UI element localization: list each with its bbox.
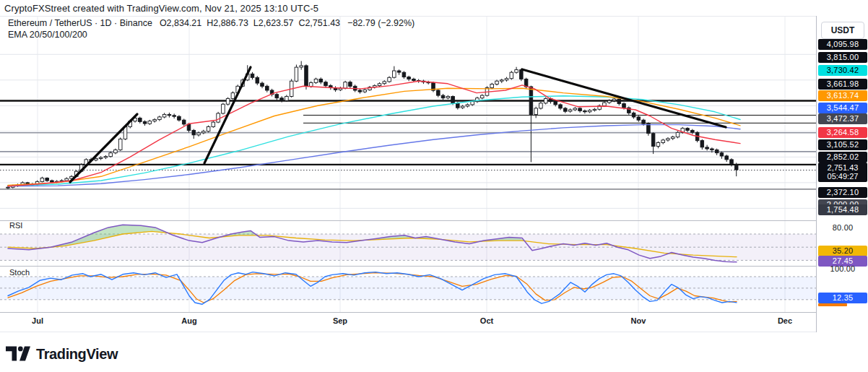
stoch-d-label-accent: [818, 303, 847, 306]
symbol-legend: Ethereum / TetherUS · 1D · BinanceO2,834…: [8, 18, 415, 28]
indicator-legend: EMA 20/50/100/200: [8, 30, 87, 40]
rsi-pane: [0, 225, 816, 261]
price-axis-label: 2,852.02: [818, 152, 867, 163]
rsi-pane-title: RSI: [9, 221, 22, 230]
ohlc-values: O2,834.21 H2,886.73 L2,623.57 C2,751.43: [160, 18, 340, 28]
current-price-label: 2,751.4305:49:27: [818, 163, 867, 182]
price-axis-label: 3,472.37: [818, 113, 867, 124]
price-axis-label: 2,372.10: [818, 187, 867, 198]
stoch-pane: [0, 272, 816, 305]
price-axis-label: 3,264.58: [818, 127, 867, 138]
price-axis-label: 3,730.42: [818, 65, 867, 76]
price-pane: [0, 54, 816, 221]
price-axis-label: 4,095.98: [818, 39, 867, 50]
time-axis-label: Dec: [778, 316, 792, 325]
time-axis[interactable]: JulAugSepOctNovDec: [0, 316, 816, 331]
stoch-axis-label: 100.00: [818, 264, 867, 274]
price-axis-label: 1,754.48: [818, 204, 867, 215]
rsi-axis-label: 80.00: [818, 222, 867, 233]
price-axis-label: 3,661.98: [818, 79, 867, 90]
time-axis-label: Aug: [181, 316, 196, 325]
main-chart[interactable]: [0, 0, 816, 333]
currency-button[interactable]: USDT: [821, 22, 864, 39]
change-value: −82.79 (−2.92%): [347, 18, 415, 28]
time-axis-label: Nov: [631, 316, 646, 325]
stoch-pane-title: Stoch: [9, 268, 30, 277]
price-axis-label: 3,613.74: [818, 90, 867, 101]
tradingview-logo[interactable]: TradingView: [6, 345, 118, 363]
time-axis-label: Oct: [480, 316, 493, 325]
rsi-axis-label: 35.20: [818, 246, 867, 256]
price-axis-label: 3,105.52: [818, 139, 867, 150]
tradingview-chart-screenshot: CryptoFXStreet created with TradingView.…: [0, 0, 868, 372]
time-axis-label: Jul: [32, 316, 43, 325]
price-axis-label: 3,815.00: [818, 52, 867, 63]
tradingview-logo-icon: [6, 345, 30, 363]
price-axis[interactable]: USDT 4,095.983,815.003,730.423,661.983,6…: [816, 16, 868, 332]
stoch-axis-label: 12.35: [818, 293, 867, 303]
symbol-name: Ethereum / TetherUS · 1D · Binance: [8, 18, 152, 28]
price-axis-label: 3,544.47: [818, 103, 867, 113]
tradingview-logo-text: TradingView: [36, 346, 118, 363]
time-axis-label: Sep: [333, 316, 347, 325]
